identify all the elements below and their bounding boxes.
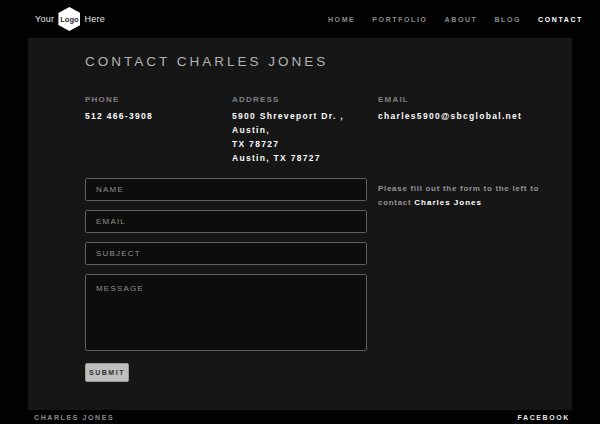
nav-item-portfolio[interactable]: PORTFOLIO — [372, 16, 427, 23]
phone-value: 512 466-3908 — [85, 109, 232, 123]
email-info: EMAIL charles5900@sbcglobal.net — [378, 95, 562, 165]
nav-item-about[interactable]: ABOUT — [445, 16, 478, 23]
content-panel: CONTACT CHARLES JONES PHONE 512 466-3908… — [28, 38, 572, 410]
form-instructions-prefix: contact — [378, 198, 411, 207]
email-input[interactable] — [85, 210, 367, 233]
address-line: 5900 Shreveport Dr. , Austin, — [232, 109, 378, 137]
form-instructions-line2: contact Charles Jones — [378, 196, 562, 210]
contact-info-row: PHONE 512 466-3908 ADDRESS 5900 Shrevepo… — [85, 95, 562, 165]
site-logo[interactable]: Your Logo Here — [35, 7, 105, 31]
page: Your Logo Here HOME PORTFOLIO ABOUT BLOG… — [0, 0, 600, 424]
email-label: EMAIL — [378, 95, 562, 104]
nav-item-blog[interactable]: BLOG — [494, 16, 521, 23]
main-nav: HOME PORTFOLIO ABOUT BLOG CONTACT — [328, 16, 583, 23]
logo-text-prefix: Your — [35, 14, 54, 24]
logo-hexagon-icon: Logo — [58, 7, 80, 31]
subject-input[interactable] — [85, 242, 367, 265]
contact-form: SUBMIT — [85, 178, 367, 382]
logo-text-suffix: Here — [84, 14, 105, 24]
page-title: CONTACT CHARLES JONES — [85, 54, 562, 69]
footer-bar: CHARLES JONES FACEBOOK — [0, 410, 600, 424]
contact-person-name: Charles Jones — [414, 198, 482, 207]
nav-item-contact[interactable]: CONTACT — [538, 16, 583, 23]
address-line: Austin, TX 78727 — [232, 151, 378, 165]
address-label: ADDRESS — [232, 95, 378, 104]
submit-button[interactable]: SUBMIT — [85, 363, 129, 382]
facebook-link[interactable]: FACEBOOK — [518, 414, 570, 421]
logo-text-middle: Logo — [60, 15, 78, 24]
address-line: TX 78727 — [232, 137, 378, 151]
message-textarea[interactable] — [85, 274, 367, 351]
form-instructions-line1: Please fill out the form to the left to — [378, 182, 562, 196]
address-info: ADDRESS 5900 Shreveport Dr. , Austin, TX… — [232, 95, 378, 165]
email-value: charles5900@sbcglobal.net — [378, 109, 562, 123]
top-nav-bar: Your Logo Here HOME PORTFOLIO ABOUT BLOG… — [0, 0, 600, 38]
name-input[interactable] — [85, 178, 367, 201]
form-instructions: Please fill out the form to the left to … — [378, 178, 562, 382]
phone-info: PHONE 512 466-3908 — [85, 95, 232, 165]
nav-item-home[interactable]: HOME — [328, 16, 355, 23]
form-section: SUBMIT Please fill out the form to the l… — [85, 178, 562, 382]
footer-site-name: CHARLES JONES — [34, 414, 114, 421]
phone-label: PHONE — [85, 95, 232, 104]
